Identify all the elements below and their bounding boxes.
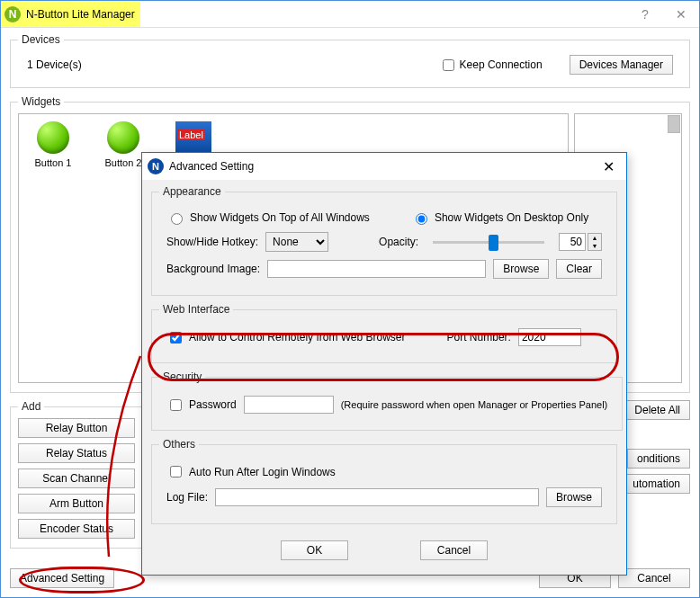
scan-channel-btn[interactable]: Scan Channel bbox=[18, 469, 135, 488]
button-icon bbox=[107, 121, 139, 154]
allow-remote-checkbox[interactable]: Allow to Control Remotely from Web Brows… bbox=[166, 329, 406, 346]
spin-down-icon[interactable]: ▼ bbox=[588, 242, 601, 250]
hotkey-select[interactable]: None bbox=[265, 232, 328, 252]
dialog-icon: N bbox=[148, 158, 164, 174]
radio-desktop-only[interactable]: Show Widgets On Desktop Only bbox=[411, 210, 588, 225]
opacity-value[interactable] bbox=[559, 233, 586, 251]
appearance-group: Appearance Show Widgets On Top of All Wi… bbox=[151, 185, 617, 296]
password-input[interactable] bbox=[244, 396, 334, 414]
close-button[interactable]: ✕ bbox=[663, 1, 699, 27]
add-legend: Add bbox=[18, 400, 44, 413]
opacity-slider[interactable] bbox=[433, 233, 544, 251]
browse-bg-button[interactable]: Browse bbox=[493, 259, 549, 279]
dialog-close-button[interactable]: ✕ bbox=[590, 153, 626, 180]
button-icon bbox=[37, 121, 69, 154]
advanced-setting-button[interactable]: Advanced Setting bbox=[10, 568, 114, 588]
widgets-legend: Widgets bbox=[18, 95, 64, 108]
spin-up-icon[interactable]: ▲ bbox=[588, 234, 601, 242]
devices-count: 1 Device(s) bbox=[27, 58, 189, 71]
log-file-label: Log File: bbox=[166, 491, 208, 504]
dialog-title: Advanced Setting bbox=[169, 160, 254, 173]
relay-status-btn[interactable]: Relay Status bbox=[18, 443, 135, 463]
opacity-spinner[interactable]: ▲ ▼ bbox=[559, 233, 602, 251]
conditions-button[interactable]: onditions bbox=[627, 449, 690, 469]
relay-button-btn[interactable]: Relay Button bbox=[18, 418, 135, 438]
main-window: N N-Button Lite Manager ? ✕ Devices 1 De… bbox=[0, 0, 700, 598]
help-button[interactable]: ? bbox=[627, 1, 663, 27]
window-title: N-Button Lite Manager bbox=[26, 8, 135, 21]
devices-manager-button[interactable]: Devices Manager bbox=[570, 55, 673, 75]
clear-bg-button[interactable]: Clear bbox=[556, 259, 602, 279]
autorun-checkbox[interactable]: Auto Run After Login Windows bbox=[166, 463, 336, 480]
advanced-setting-dialog: N Advanced Setting ✕ Appearance Show Wid… bbox=[141, 152, 627, 576]
devices-legend: Devices bbox=[18, 33, 64, 46]
cancel-button[interactable]: Cancel bbox=[618, 568, 690, 588]
dialog-ok-button[interactable]: OK bbox=[281, 540, 348, 560]
password-checkbox[interactable]: Password bbox=[166, 397, 237, 414]
label-icon bbox=[175, 121, 211, 154]
web-interface-group: Web Interface Allow to Control Remotely … bbox=[151, 303, 617, 363]
security-group: Security Password (Require password when… bbox=[151, 370, 623, 431]
bg-image-input[interactable] bbox=[267, 260, 486, 278]
keep-connection-input[interactable] bbox=[443, 59, 454, 71]
titlebar: N N-Button Lite Manager ? ✕ bbox=[1, 1, 699, 28]
devices-group: Devices 1 Device(s) Keep Connection Devi… bbox=[10, 33, 690, 88]
add-group: Add Relay Button Relay Status Scan Chann… bbox=[10, 400, 143, 549]
log-file-input[interactable] bbox=[215, 488, 539, 506]
encoder-status-btn[interactable]: Encoder Status bbox=[18, 519, 135, 539]
automation-button[interactable]: utomation bbox=[623, 474, 690, 494]
password-hint: (Require password when open Manager or P… bbox=[341, 399, 608, 410]
title-highlight: N N-Button Lite Manager bbox=[1, 1, 140, 27]
port-label: Port Number: bbox=[447, 331, 511, 344]
opacity-label: Opacity: bbox=[379, 236, 418, 248]
radio-on-top[interactable]: Show Widgets On Top of All Windows bbox=[166, 210, 370, 225]
widget-item-button1[interactable]: Button 1 bbox=[26, 121, 80, 168]
browse-log-button[interactable]: Browse bbox=[546, 487, 602, 507]
scrollbar-thumb[interactable] bbox=[668, 115, 680, 133]
app-icon: N bbox=[4, 6, 21, 22]
hotkey-label: Show/Hide Hotkey: bbox=[166, 236, 258, 248]
others-group: Others Auto Run After Login Windows Log … bbox=[151, 438, 617, 524]
arm-button-btn[interactable]: Arm Button bbox=[18, 494, 135, 513]
bg-image-label: Background Image: bbox=[166, 263, 260, 275]
dialog-cancel-button[interactable]: Cancel bbox=[420, 540, 488, 560]
port-input[interactable] bbox=[518, 328, 581, 346]
delete-all-button[interactable]: Delete All bbox=[624, 400, 690, 420]
dialog-titlebar: N Advanced Setting ✕ bbox=[142, 153, 626, 180]
keep-connection-checkbox[interactable]: Keep Connection bbox=[439, 57, 543, 74]
